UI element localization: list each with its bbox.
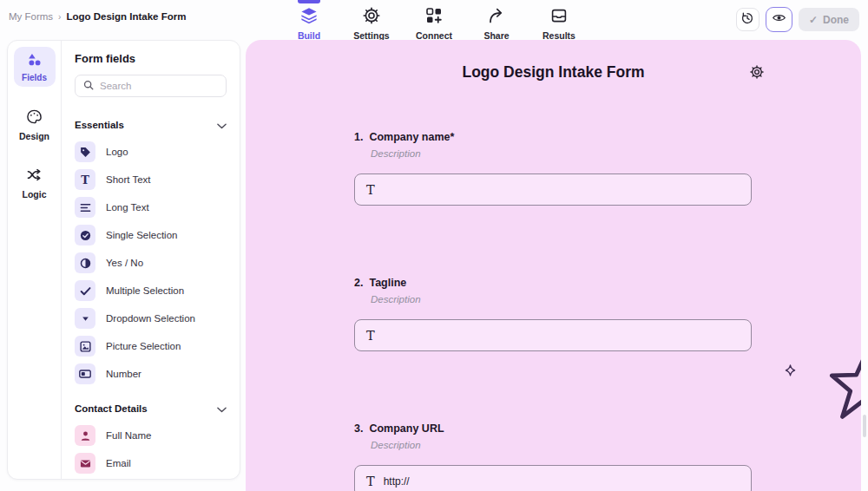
field-type-label: Full Name	[106, 430, 151, 441]
single-selection-icon	[75, 225, 95, 245]
panel-title: Form fields	[75, 52, 227, 65]
question-number: 3.	[354, 422, 363, 435]
history-icon	[740, 11, 754, 29]
inbox-icon	[550, 7, 568, 28]
section-essentials-title: Essentials	[75, 120, 124, 130]
short-text-icon: T	[75, 169, 95, 190]
tab-share[interactable]: Share	[469, 0, 524, 40]
checkmark-icon	[75, 280, 95, 301]
field-type-label: Picture Selection	[106, 341, 181, 351]
question-label[interactable]: Company URL	[369, 422, 444, 435]
shapes-icon	[27, 52, 43, 71]
active-tab-indicator	[298, 0, 320, 3]
person-icon	[75, 425, 95, 446]
tab-build[interactable]: Build	[281, 0, 337, 40]
breadcrumb-separator: ›	[58, 12, 61, 22]
sidebar-item-design[interactable]: Design	[19, 108, 49, 141]
text-answer-field[interactable]: T	[354, 173, 752, 206]
field-type-full-name[interactable]: Full Name	[75, 422, 227, 449]
form-fields-panel: Form fields Essentials	[62, 41, 240, 479]
field-type-short-text[interactable]: T Short Text	[75, 166, 227, 193]
text-input-icon: T	[366, 475, 375, 488]
app-window: My Forms › Logo Design Intake Form Build	[0, 0, 868, 491]
question-description[interactable]: Description	[371, 440, 752, 450]
form-settings-button[interactable]	[750, 65, 764, 79]
breadcrumb-my-forms[interactable]: My Forms	[9, 11, 53, 22]
number-icon	[75, 363, 95, 384]
picture-icon	[75, 336, 95, 357]
chevron-down-icon	[217, 401, 227, 416]
field-type-address[interactable]: Address	[75, 477, 227, 479]
field-type-yes-no[interactable]: Yes / No	[75, 249, 227, 277]
field-type-email[interactable]: Email	[75, 449, 227, 477]
field-type-label: Single Selection	[106, 230, 177, 240]
history-button[interactable]	[736, 8, 760, 31]
top-bar: My Forms › Logo Design Intake Form Build	[0, 0, 868, 40]
sidebar-item-logic[interactable]: Logic	[23, 167, 47, 200]
section-contact-details[interactable]: Contact Details	[75, 401, 227, 416]
question-number: 2.	[354, 277, 363, 289]
field-type-picture-selection[interactable]: Picture Selection	[75, 332, 227, 360]
field-type-dropdown-selection[interactable]: Dropdown Selection	[75, 304, 227, 332]
done-button[interactable]: ✓ Done	[799, 8, 859, 31]
form-title[interactable]: Logo Design Intake Form	[246, 63, 861, 82]
contact-list: Full Name Email Address	[75, 422, 227, 479]
tab-results[interactable]: Results	[531, 0, 587, 40]
question-tagline[interactable]: 2. Tagline Description T	[354, 277, 752, 351]
field-type-logo[interactable]: Logo	[75, 138, 227, 166]
text-input-icon: T	[366, 183, 375, 197]
sparkle-doodle-icon	[784, 364, 797, 377]
form-canvas: Logo Design Intake Form 1. Company name*…	[246, 40, 861, 491]
palette-icon	[26, 108, 43, 128]
top-actions: ✓ Done	[736, 7, 859, 32]
tab-settings[interactable]: Settings	[344, 0, 399, 40]
question-company-name[interactable]: 1. Company name* Description T	[354, 131, 752, 206]
chevron-down-icon	[217, 117, 227, 133]
envelope-icon	[75, 453, 95, 474]
field-type-label: Logo	[106, 147, 128, 157]
left-sidebar: Fields Design	[7, 40, 240, 480]
question-number: 1.	[354, 131, 363, 143]
sidebar-rail: Fields Design	[8, 41, 62, 479]
url-prefix: http://	[384, 475, 410, 488]
field-type-number[interactable]: Number	[75, 360, 227, 388]
question-label-row: 1. Company name*	[354, 131, 752, 143]
breadcrumb-current-form: Logo Design Intake Form	[66, 11, 186, 22]
field-search[interactable]	[75, 75, 227, 97]
question-description[interactable]: Description	[371, 148, 752, 159]
field-type-single-selection[interactable]: Single Selection	[75, 221, 227, 249]
layers-icon	[300, 7, 318, 28]
star-doodle-icon	[816, 341, 861, 429]
search-input[interactable]	[100, 81, 233, 91]
sidebar-logic-label: Logic	[23, 189, 47, 200]
question-label[interactable]: Company name*	[369, 131, 454, 143]
text-input-icon: T	[366, 329, 375, 343]
caret-down-icon	[75, 308, 95, 329]
field-type-label: Short Text	[106, 174, 151, 185]
essentials-list: Logo T Short Text Long Text	[75, 138, 227, 388]
sidebar-item-fields[interactable]: Fields	[14, 47, 56, 87]
share-arrow-icon	[488, 7, 505, 28]
shuffle-icon	[26, 167, 43, 187]
field-type-label: Multiple Selection	[106, 285, 184, 296]
page-scrollbar-thumb[interactable]	[863, 415, 866, 437]
field-type-label: Email	[106, 458, 131, 468]
section-essentials[interactable]: Essentials	[75, 117, 227, 133]
field-type-label: Yes / No	[106, 258, 143, 268]
question-label-row: 3. Company URL	[354, 422, 752, 435]
url-answer-field[interactable]: T http://	[354, 465, 752, 491]
long-text-icon	[75, 197, 95, 218]
gear-icon	[750, 67, 764, 82]
grid-plus-icon	[425, 7, 443, 28]
question-description[interactable]: Description	[371, 294, 752, 304]
field-type-long-text[interactable]: Long Text	[75, 193, 227, 221]
tag-icon	[75, 141, 95, 162]
field-type-multiple-selection[interactable]: Multiple Selection	[75, 277, 227, 304]
question-company-url[interactable]: 3. Company URL Description T http://	[354, 422, 752, 491]
text-answer-field[interactable]: T	[354, 319, 752, 351]
tab-connect[interactable]: Connect	[406, 0, 462, 40]
question-label-row: 2. Tagline	[354, 277, 752, 289]
question-label[interactable]: Tagline	[369, 277, 406, 289]
search-icon	[83, 78, 94, 94]
preview-button[interactable]	[766, 7, 792, 32]
